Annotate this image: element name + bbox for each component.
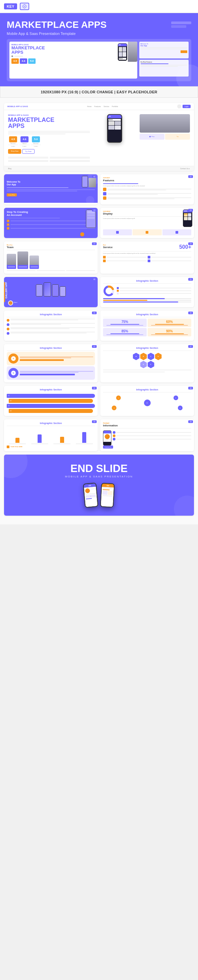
slide01-rating2-label: Award (22, 143, 26, 144)
team-title: Team (7, 246, 95, 249)
slide-infographic-5: Infographic Section A B C D E F 07 (100, 344, 194, 382)
slides-row-2: Step To CreatingAn Account 1 2 3 (4, 208, 194, 238)
slide-gallery-badge: 05 (92, 278, 97, 281)
slide-infographic-3: Infographic Section 75% 60% 85 (100, 310, 194, 341)
end-subtitle: MOBILE APP & SAAS PRESENTATION (65, 475, 133, 478)
slide-service-badge: 04 (188, 242, 193, 245)
infographic8-title: Infographic Section (7, 422, 95, 424)
infographic1-title: Infographic Section (103, 280, 191, 282)
slides-row-5: Infographic Section (4, 310, 194, 341)
key-icon (20, 3, 29, 10)
header: KEY (0, 0, 198, 13)
slide-infographic4-badge: 07 (92, 345, 97, 348)
slides-row-7: Infographic Section 01 02 03 04 08 Infog… (4, 386, 194, 416)
hero-banner: MARKETPLACE APPS Mobile App & Saas Prese… (0, 13, 198, 86)
slide-infographic-2: Infographic Section (4, 310, 98, 341)
hero-title: MARKETPLACE APPS (7, 20, 107, 30)
slides-row-3: Meet Our Team (4, 242, 194, 274)
slide-contact: Contact Information (100, 419, 194, 451)
slide-gallery: GALLERY APP (4, 277, 98, 307)
infographic5-title: Infographic Section (103, 347, 191, 349)
slide01-try-btn[interactable]: Try Free (22, 149, 35, 154)
infographic7-title: Infographic Section (103, 388, 191, 391)
slide01-rating1: 4.9 (9, 136, 17, 142)
features-label: Our Best (103, 177, 191, 178)
slide-welcome-badge: 02 (92, 175, 97, 178)
slide-contact-badge: 09 (188, 420, 193, 423)
slide-infographic-7: Infographic Section C 1 2 3 4 08 (100, 386, 194, 416)
slide-end: END SLIDE MOBILE APP & SAAS PRESENTATION (4, 455, 194, 516)
slide01-rating1-label: Reviews (10, 143, 16, 144)
slide-team-badge: 04 (92, 242, 97, 245)
slide-features: Our Best Features Lorem ipsum dolor sit … (100, 174, 194, 204)
welcome-btn[interactable]: Learn More (7, 193, 17, 196)
menu-title: Display (103, 212, 191, 215)
slide-service: Best Service 500+ Lorem ipsum dolor sit … (100, 242, 194, 274)
slide-infographic1-badge: 05 (188, 278, 193, 281)
features-title: Features (103, 179, 191, 182)
infographic2-title: Infographic Section (7, 313, 95, 316)
rating-2: 4.6 (20, 59, 27, 64)
hero-subtitle: Mobile App & Saas Presentation Template (7, 32, 107, 36)
slide-infographic-1: Infographic Section (100, 277, 194, 307)
end-title: END SLIDE (70, 463, 128, 474)
slide-steps: Step To CreatingAn Account 1 2 3 (4, 208, 98, 238)
slides-row-4: GALLERY APP (4, 277, 194, 307)
rating-1: 4.9 (11, 59, 19, 64)
rating-3: 5.0 (28, 59, 36, 64)
slide-infographic-8: Infographic Section (4, 419, 98, 451)
nav-home: Home (87, 105, 92, 107)
slide01-rating3-label: Reviews (33, 143, 38, 144)
nav-portfolio: Portfolio (112, 105, 118, 107)
slide-menu-badge: 03 (188, 209, 193, 212)
slide01-logo: MOBILE APP & SAAS (7, 105, 28, 107)
slide01-main-title: MARKETPLACEAPPS (8, 117, 90, 129)
slide-infographic3-badge: 06 (188, 312, 193, 314)
slide-infographic5-badge: 07 (188, 345, 193, 348)
gallery-title: GALLERY APP (5, 282, 7, 299)
contact-title: Information (103, 424, 191, 427)
slide01-rating2: 4.6 (21, 136, 29, 142)
infographic6-title: Infographic Section (7, 388, 95, 391)
slide-infographic2-badge: 06 (92, 312, 97, 314)
infographic4-title: Infographic Section (7, 347, 95, 349)
slide01-rating3: 5.0 (32, 136, 40, 142)
infographic3-title: Infographic Section (103, 313, 191, 316)
slide-team: Meet Our Team (4, 242, 98, 274)
steps-title: Step To CreatingAn Account (7, 210, 60, 217)
slide-01: MOBILE APP & SAAS Home Features Service … (4, 103, 194, 171)
slide-menu: Our Menu Display Lorem ipsum dolor sit a… (100, 208, 194, 238)
slide-infographic-4: Infographic Section % % (4, 344, 98, 382)
slide-infographic6-badge: 08 (92, 387, 97, 390)
key-label: KEY (4, 3, 17, 10)
slides-row-1: Welcome ToOur App Learn More 02 (4, 174, 194, 204)
slide01-app-label: MOBILE APP & SAAS (8, 114, 90, 116)
nav-service: Service (104, 105, 109, 107)
contact-btn[interactable]: Contact Us (103, 445, 113, 449)
slide-steps-badge: 03 (92, 209, 97, 212)
slide-infographic7-badge: 08 (188, 387, 193, 390)
slide-infographic-6: Infographic Section 01 02 03 04 08 (4, 386, 98, 416)
service-title: Service (103, 246, 112, 249)
slide01-blog: Blog (8, 167, 11, 170)
nav-features: Features (94, 105, 101, 107)
info-banner: 1920X1080 PX (16:9) | COLOR CHANGE | EAS… (0, 86, 198, 98)
slide01-shop-btn[interactable]: Shop Now (8, 149, 21, 154)
slide-welcome: Welcome ToOur App Learn More 02 (4, 174, 98, 204)
slide-infographic8-badge: 09 (92, 420, 97, 423)
slides-row-6: Infographic Section % % (4, 344, 194, 382)
slide-app-title: MARKETPLACEAPPS (11, 46, 135, 54)
slide-features-badge: 02 (188, 175, 193, 178)
slides-row-8: Infographic Section (4, 419, 194, 451)
slide01-contact: Contact Us ▸ (180, 167, 190, 170)
slide01-cta-btn[interactable]: Login (182, 105, 191, 108)
slides-section: MOBILE APP & SAAS Home Features Service … (0, 98, 198, 524)
